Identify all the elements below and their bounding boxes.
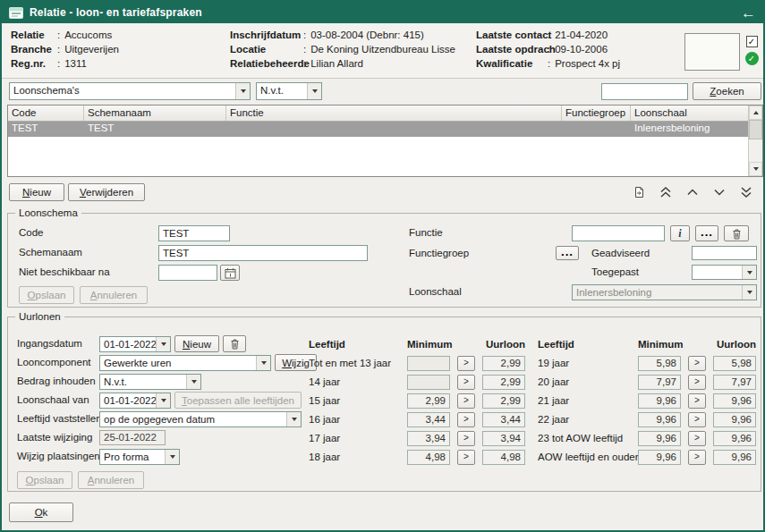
ingangsdatum-delete-button[interactable] bbox=[223, 335, 246, 352]
uurloon-input[interactable] bbox=[713, 393, 756, 409]
functie-browse-button[interactable]: ... bbox=[695, 225, 718, 241]
minimum-input[interactable] bbox=[638, 393, 681, 409]
uurloon-input[interactable] bbox=[482, 431, 525, 446]
move-bottom-button[interactable] bbox=[736, 184, 756, 201]
niet-beschikbaar-input[interactable] bbox=[158, 265, 217, 281]
functie-delete-button[interactable] bbox=[724, 225, 749, 241]
minimum-input[interactable] bbox=[407, 375, 450, 390]
toepassen-alle-leeftijden-button[interactable]: Toepassen alle leeftijden bbox=[174, 392, 302, 409]
scroll-thumb[interactable] bbox=[749, 120, 762, 139]
opslaan-button-uurlonen[interactable]: Opslaan bbox=[17, 471, 72, 489]
schemanaam-input[interactable] bbox=[158, 245, 368, 261]
greater-than-icon: > bbox=[463, 415, 469, 424]
uurloon-input[interactable] bbox=[482, 393, 525, 409]
leeftijd-vaststellen-select[interactable]: op de opgegeven datum bbox=[99, 411, 302, 427]
minimum-input[interactable] bbox=[407, 431, 450, 446]
age-label: 22 jaar bbox=[538, 414, 638, 425]
selected-value: Pro forma bbox=[100, 450, 165, 464]
filter-select[interactable]: N.v.t. bbox=[256, 82, 322, 100]
search-input[interactable] bbox=[601, 83, 688, 100]
copy-minimum-button[interactable]: > bbox=[688, 356, 706, 371]
scroll-down-button[interactable] bbox=[749, 162, 762, 176]
export-button[interactable] bbox=[629, 184, 649, 201]
uurloon-input[interactable] bbox=[713, 356, 756, 371]
ok-button[interactable]: Ok bbox=[9, 502, 73, 522]
minimum-input[interactable] bbox=[638, 431, 681, 446]
loonschaal-van-select[interactable]: 01-01-2022 bbox=[99, 393, 171, 409]
copy-minimum-button[interactable]: > bbox=[688, 431, 706, 446]
col-header-code[interactable]: Code bbox=[8, 106, 84, 121]
loonschaal-select[interactable]: Inlenersbeloning bbox=[572, 284, 757, 300]
verwijderen-button[interactable]: Verwijderen bbox=[68, 183, 145, 201]
schema-type-select[interactable]: Loonschema's bbox=[9, 82, 251, 100]
wijzig-plaatsingen-select[interactable]: Pro forma bbox=[99, 449, 180, 465]
table-body[interactable]: TEST TEST Inlenersbeloning bbox=[8, 122, 748, 176]
copy-minimum-button[interactable]: > bbox=[457, 393, 475, 409]
copy-minimum-button[interactable]: > bbox=[457, 412, 475, 427]
dropdown-arrow-icon bbox=[186, 375, 200, 389]
functie-input[interactable] bbox=[572, 225, 665, 241]
uurloon-input[interactable] bbox=[482, 450, 525, 465]
minimum-input[interactable] bbox=[638, 356, 681, 371]
uurloon-input[interactable] bbox=[482, 375, 525, 390]
minimum-input[interactable] bbox=[638, 412, 681, 427]
bedrag-inhouden-select[interactable]: N.v.t. bbox=[99, 374, 201, 390]
move-down-button[interactable] bbox=[710, 184, 729, 201]
functiegroep-label: Functiegroep bbox=[409, 248, 469, 258]
code-input[interactable] bbox=[158, 225, 230, 241]
copy-minimum-button[interactable]: > bbox=[688, 393, 706, 409]
scroll-track[interactable] bbox=[749, 139, 762, 162]
col-header-functie[interactable]: Functie bbox=[226, 106, 562, 121]
annuleren-button-uurlonen[interactable]: Annuleren bbox=[78, 471, 144, 489]
move-up-button[interactable] bbox=[683, 184, 702, 201]
info-value: Lilian Allard bbox=[310, 58, 363, 69]
approved-checkbox[interactable]: ✓ bbox=[746, 36, 758, 47]
scrollbar[interactable] bbox=[748, 106, 762, 176]
move-top-button[interactable] bbox=[656, 184, 676, 201]
uurloon-input[interactable] bbox=[482, 412, 525, 427]
copy-minimum-button[interactable]: > bbox=[688, 450, 706, 465]
copy-minimum-button[interactable]: > bbox=[457, 431, 475, 446]
toegepast-select[interactable] bbox=[692, 265, 757, 280]
info-field-laatste-opdracht: Laatste opdrach:09-10-2006 bbox=[476, 42, 608, 56]
uurloon-input[interactable] bbox=[713, 375, 756, 390]
col-leeftijd: Leeftijd bbox=[538, 339, 638, 350]
table-row[interactable]: TEST TEST Inlenersbeloning bbox=[8, 122, 748, 137]
opslaan-button[interactable]: Opslaan bbox=[19, 286, 74, 304]
copy-minimum-button[interactable]: > bbox=[688, 375, 706, 390]
functie-info-button[interactable]: i bbox=[670, 225, 690, 241]
minimum-input[interactable] bbox=[638, 450, 681, 465]
schema-table: Code Schemanaam Functie Functiegroep Loo… bbox=[7, 105, 763, 177]
copy-minimum-button[interactable]: > bbox=[457, 375, 475, 390]
ingangsdatum-nieuw-button[interactable]: Nieuw bbox=[174, 335, 219, 352]
geadviseerd-input[interactable] bbox=[692, 246, 757, 260]
col-header-schemanaam[interactable]: Schemanaam bbox=[84, 106, 226, 121]
functiegroep-browse-button[interactable]: ... bbox=[556, 246, 579, 260]
copy-minimum-button[interactable]: > bbox=[457, 450, 475, 465]
minimum-input[interactable] bbox=[638, 375, 681, 390]
greater-than-icon: > bbox=[694, 434, 700, 443]
nieuw-button[interactable]: Nieuw bbox=[9, 183, 64, 201]
uurloon-input[interactable] bbox=[713, 450, 756, 465]
minimum-input[interactable] bbox=[407, 450, 450, 465]
ingangsdatum-select[interactable]: 01-01-2022 bbox=[99, 336, 171, 352]
looncomponent-select[interactable]: Gewerkte uren bbox=[99, 355, 271, 371]
minimum-input[interactable] bbox=[407, 393, 450, 409]
minimum-input[interactable] bbox=[407, 356, 450, 371]
calendar-button[interactable] bbox=[220, 265, 240, 281]
info-label: Laatste contact bbox=[476, 28, 548, 42]
copy-minimum-button[interactable]: > bbox=[688, 412, 706, 427]
uurloon-input[interactable] bbox=[713, 412, 756, 427]
copy-minimum-button[interactable]: > bbox=[457, 356, 475, 371]
age-label: 17 jaar bbox=[309, 433, 407, 443]
col-header-functiegroep[interactable]: Functiegroep bbox=[562, 106, 631, 121]
back-button[interactable]: ← bbox=[741, 5, 756, 21]
minimum-input[interactable] bbox=[407, 412, 450, 427]
zoeken-button[interactable]: Zoeken bbox=[693, 82, 761, 100]
scroll-up-button[interactable] bbox=[749, 106, 762, 120]
uurloon-input[interactable] bbox=[482, 356, 525, 371]
annuleren-button[interactable]: Annuleren bbox=[80, 286, 148, 304]
uurloon-input[interactable] bbox=[713, 431, 756, 446]
col-header-loonschaal[interactable]: Loonschaal bbox=[631, 106, 748, 121]
colon: : bbox=[548, 42, 550, 56]
